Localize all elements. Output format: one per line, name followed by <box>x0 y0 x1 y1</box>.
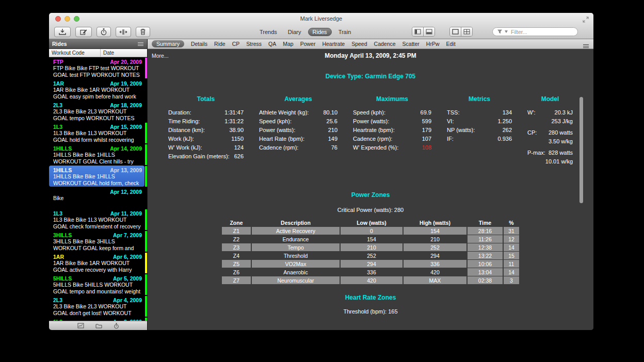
folder-icon[interactable] <box>95 323 102 328</box>
tab-heartrate[interactable]: Heartrate <box>322 41 345 47</box>
tab-details[interactable]: Details <box>191 41 207 47</box>
zone-cell: Endurance <box>252 235 340 243</box>
zone-row: Z4Threshold25229413:2215 <box>222 252 519 259</box>
ride-item-line2: 1AR Bike Bike 1AR WORKOUT <box>53 260 143 267</box>
stat-row: Duration:1:31:47 <box>168 108 244 117</box>
view-tab-rides[interactable]: Rides <box>308 28 332 36</box>
ride-date: Apr 3, 2009 <box>113 319 143 321</box>
tab-summary[interactable]: Summary <box>152 40 184 47</box>
ride-item-line2: 1HILLS Bike Bike 1HILLS <box>53 173 143 180</box>
ride-list-item[interactable]: Apr 12, 2009Bike <box>49 187 147 209</box>
tab-cadence[interactable]: Cadence <box>374 41 396 47</box>
window-chrome: Mark Liversedge <box>49 13 593 39</box>
app-window: Mark Liversedge <box>49 13 593 330</box>
zoom-button[interactable] <box>74 16 79 22</box>
sidebar-left-toggle[interactable] <box>412 27 423 36</box>
single-pane-toggle[interactable] <box>450 27 461 36</box>
summary-column-header: Totals <box>168 95 244 103</box>
stat-label: Athlete Weight (kg): <box>259 108 309 117</box>
zone-cell: 3 <box>504 276 519 284</box>
ride-list-item[interactable]: 1HILLSApr 14, 20091HILLS Bike Bike 1HILL… <box>49 144 147 166</box>
stat-value: 3.50 w/kg <box>549 137 573 146</box>
zone-cell: 14 <box>504 243 519 251</box>
ride-list-item[interactable]: 1ARApr 19, 20091AR Bike Bike 1AR WORKOUT… <box>49 79 147 101</box>
stat-value: 253 J/kg <box>551 117 573 126</box>
manual-entry-button[interactable] <box>75 27 92 37</box>
stat-label: Speed (kph): <box>353 108 385 117</box>
ride-list-item[interactable]: 1L3Apr 15, 20091L3 Bike Bike 1L3 WORKOUT… <box>49 122 147 144</box>
ride-list-item[interactable]: 1ARApr 6, 20091AR Bike Bike 1AR WORKOUTG… <box>49 252 147 274</box>
stopwatch-button[interactable] <box>96 27 111 37</box>
tab-map[interactable]: Map <box>283 41 293 47</box>
tab-hrpw[interactable]: HrPw <box>426 41 440 47</box>
ride-item-topline: 2L3Apr 4, 2009 <box>53 297 143 303</box>
stat-value: 108 <box>422 143 431 152</box>
zone-cell: 10:06 <box>468 260 503 268</box>
tab-edit[interactable]: Edit <box>446 41 456 47</box>
zone-cell: Z3 <box>222 243 251 251</box>
stat-label: Distance (km): <box>168 126 205 135</box>
delete-ride-button[interactable] <box>136 27 150 37</box>
stat-value: 38.90 <box>229 126 244 135</box>
pane-bottom-toggle[interactable] <box>423 27 434 36</box>
stat-row: TSS:134 <box>447 108 512 117</box>
ride-list-item[interactable]: 1L3Apr 3, 2009 <box>49 317 147 321</box>
ride-list-header[interactable]: Workout Code Date <box>49 49 147 57</box>
tab-cp[interactable]: CP <box>232 41 240 47</box>
ride-list-item[interactable]: 3HILLSApr 7, 20093HILLS Bike Bike 3HILLS… <box>49 231 147 252</box>
zone-cell: 420 <box>341 276 403 284</box>
stat-row: IF:0.936 <box>447 135 512 143</box>
interval-stopwatch-icon[interactable] <box>114 323 119 329</box>
zone-cell: 11:26 <box>468 235 503 243</box>
titlebar[interactable]: Mark Liversedge <box>49 13 593 25</box>
power-zones-title: Power Zones <box>148 191 593 199</box>
sidebar-title: Rides <box>52 41 67 47</box>
minimize-button[interactable] <box>65 16 70 22</box>
zone-cell: 336 <box>341 268 403 276</box>
ride-list-item[interactable]: 2L3Apr 4, 20092L3 Bike Bike 2L3 WORKOUTG… <box>49 295 147 317</box>
stat-row: Time Riding:1:31:22 <box>168 117 244 126</box>
tab-ride[interactable]: Ride <box>214 41 226 47</box>
filter-input[interactable] <box>510 28 573 36</box>
split-pane-toggle[interactable] <box>461 27 472 36</box>
content-scrollbar[interactable] <box>579 97 583 203</box>
stat-label: Duration: <box>168 108 191 117</box>
sidebar-menu-icon[interactable] <box>137 42 144 46</box>
pane-layout-group <box>449 27 473 37</box>
ride-list-item[interactable]: 1L3Apr 11, 20091L3 Bike Bike 1L3 WORKOUT… <box>49 209 147 231</box>
tab-stress[interactable]: Stress <box>246 41 262 47</box>
single-pane-icon <box>452 29 459 35</box>
view-tab-diary[interactable]: Diary <box>284 28 305 36</box>
download-ride-button[interactable] <box>54 27 71 37</box>
fullscreen-icon[interactable] <box>583 15 589 25</box>
zone-cell: Neuromuscular <box>252 276 340 284</box>
ride-list-item[interactable]: 5HILLSApr 5, 20095HILLS Bike 5HILLS WORK… <box>49 274 147 295</box>
summary-column-totals: TotalsDuration:1:31:47Time Riding:1:31:2… <box>168 95 244 169</box>
tab-scatter[interactable]: Scatter <box>403 41 420 47</box>
summary-view-icon[interactable] <box>77 323 84 328</box>
tab-speed[interactable]: Speed <box>351 41 367 47</box>
stat-value: 0.936 <box>497 135 512 143</box>
view-tab-trends[interactable]: Trends <box>255 28 281 36</box>
intervals-button[interactable] <box>116 27 131 37</box>
stat-label: Time Riding: <box>168 117 200 126</box>
ride-item-topline: 1ARApr 19, 2009 <box>53 80 143 87</box>
more-link[interactable]: More... <box>152 53 169 59</box>
hr-threshold-label: Threshold (bpm): 165 <box>148 308 593 315</box>
filter-field[interactable] <box>492 27 578 36</box>
view-tab-train[interactable]: Train <box>334 28 356 36</box>
zone-cell: 12:38 <box>468 243 503 251</box>
column-date[interactable]: Date <box>101 49 114 57</box>
tab-power[interactable]: Power <box>300 41 316 47</box>
zone-cell: 210 <box>404 235 466 243</box>
ride-list-item[interactable]: FTPApr 20, 2009FTP Bike Bike FTP test WO… <box>49 57 147 79</box>
column-workout-code[interactable]: Workout Code <box>49 49 101 57</box>
trash-icon <box>139 28 147 36</box>
tab-qa[interactable]: QA <box>268 41 276 47</box>
zone-cell: Z4 <box>222 252 251 259</box>
close-button[interactable] <box>55 16 61 22</box>
ride-list-item[interactable]: 1HILLSApr 13, 20091HILLS Bike Bike 1HILL… <box>49 166 147 187</box>
zone-cell: 252 <box>404 243 466 251</box>
ride-list-item[interactable]: 2L3Apr 18, 20092L3 Bike Bike 2L3 WORKOUT… <box>49 101 147 122</box>
stat-label: Power (watts): <box>353 117 389 126</box>
